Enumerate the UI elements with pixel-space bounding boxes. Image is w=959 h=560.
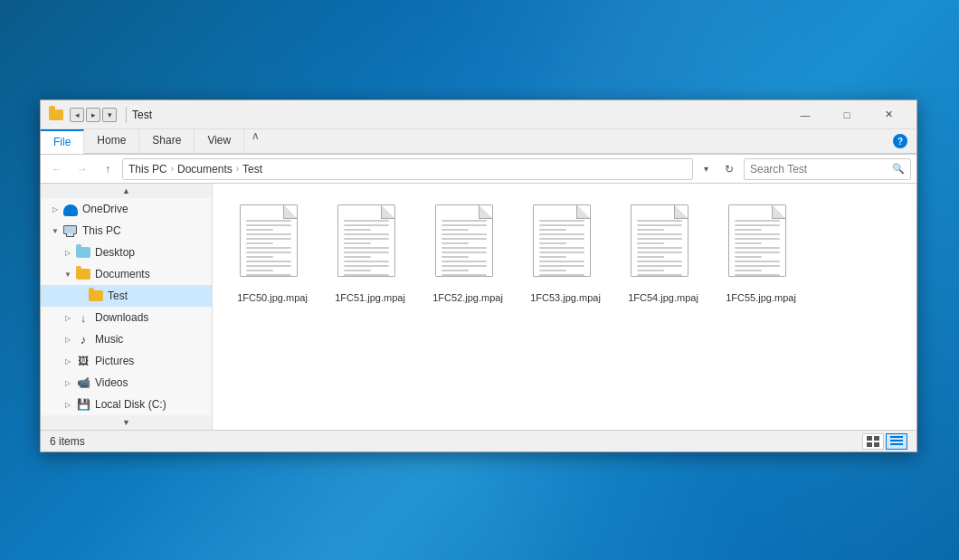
onedrive-label: OneDrive [82, 203, 128, 215]
videos-icon: 📹 [75, 375, 91, 391]
sidebar-item-desktop[interactable]: ▷ Desktop [41, 242, 212, 263]
sidebar-item-downloads[interactable]: ▷ ↓ Downloads [41, 307, 212, 328]
downloads-icon: ↓ [75, 309, 91, 326]
close-button[interactable]: ✕ [868, 100, 909, 129]
file-view: 1FC50.jpg.mpaj [213, 184, 916, 430]
svg-rect-6 [890, 443, 903, 445]
breadcrumb-test[interactable]: Test [242, 163, 262, 176]
breadcrumb-sep-2: › [236, 164, 239, 174]
breadcrumb-sep-1: › [171, 164, 174, 174]
view-list-button[interactable] [862, 433, 884, 450]
title-separator [126, 107, 127, 123]
list-item[interactable]: 1FC52.jpg.mpaj [423, 198, 513, 310]
music-label: Music [95, 333, 123, 346]
breadcrumb-documents[interactable]: Documents [177, 163, 233, 176]
pc-icon [62, 223, 79, 239]
test-label: Test [108, 289, 128, 302]
file-icon-1 [240, 204, 305, 286]
minimize-button[interactable]: — [784, 100, 826, 129]
documents-expand-icon[interactable]: ▼ [61, 267, 75, 281]
downloads-expand-icon[interactable]: ▷ [61, 310, 75, 325]
svg-rect-5 [890, 440, 903, 441]
sidebar-scroll-down[interactable]: ▼ [41, 415, 212, 430]
maximize-button[interactable]: □ [826, 100, 868, 129]
ribbon: File Home Share View ∧ ? [41, 129, 916, 155]
sidebar-item-documents[interactable]: ▼ Documents [41, 263, 212, 285]
music-expand-icon[interactable]: ▷ [61, 332, 75, 346]
address-dropdown-button[interactable]: ▾ [697, 158, 715, 180]
breadcrumb: This PC › Documents › Test [128, 163, 262, 176]
forward-arrow-btn[interactable]: ▸ [86, 108, 100, 122]
nav-up-button[interactable]: ↑ [97, 158, 119, 180]
view-large-button[interactable] [886, 433, 907, 450]
list-item[interactable]: 1FC55.jpg.mpaj [716, 198, 806, 310]
file-name-5: 1FC54.jpg.mpaj [628, 291, 698, 304]
local-disk-expand-icon[interactable]: ▷ [61, 397, 75, 412]
list-item[interactable]: 1FC54.jpg.mpaj [618, 198, 708, 310]
pictures-expand-icon[interactable]: ▷ [61, 354, 75, 368]
list-item[interactable]: 1FC53.jpg.mpaj [520, 198, 611, 310]
back-arrow-btn[interactable]: ◂ [70, 108, 84, 122]
search-box[interactable]: 🔍 [744, 158, 911, 180]
onedrive-icon [62, 201, 79, 217]
file-icon-4 [533, 204, 598, 286]
disk-icon: 💾 [75, 396, 91, 413]
tab-view[interactable]: View [195, 129, 244, 153]
file-icon-2 [337, 204, 403, 286]
help-area: ? [884, 129, 916, 153]
tab-home[interactable]: Home [84, 129, 139, 153]
tab-file[interactable]: File [41, 129, 84, 154]
status-count: 6 items [50, 435, 862, 448]
nav-back-button[interactable]: ← [46, 158, 68, 180]
file-name-2: 1FC51.jpg.mpaj [335, 291, 405, 304]
svg-rect-4 [890, 436, 903, 438]
svg-rect-0 [867, 436, 872, 441]
folder-desktop-icon [75, 244, 91, 261]
help-button[interactable]: ? [893, 134, 907, 148]
sidebar-item-local-disk[interactable]: ▷ 💾 Local Disk (C:) [41, 394, 212, 415]
tab-share[interactable]: Share [139, 129, 195, 153]
list-view-icon [867, 436, 879, 447]
down-arrow-btn[interactable]: ▾ [102, 108, 117, 122]
sidebar-item-this-pc[interactable]: ▼ This PC [41, 220, 212, 242]
svg-rect-1 [874, 436, 879, 441]
sidebar-item-test[interactable]: Test [41, 285, 212, 307]
folder-documents-icon [75, 266, 91, 282]
search-input[interactable] [750, 163, 892, 176]
svg-rect-2 [867, 442, 872, 447]
ribbon-tab-bar: File Home Share View ∧ ? [41, 129, 916, 154]
onedrive-expand-icon[interactable]: ▷ [48, 202, 62, 216]
ribbon-chevron[interactable]: ∧ [244, 129, 267, 153]
explorer-window: ◂ ▸ ▾ Test — □ ✕ File Home Share View ∧ … [40, 100, 917, 452]
search-icon: 🔍 [892, 163, 905, 175]
sidebar-item-pictures[interactable]: ▷ 🖼 Pictures [41, 350, 212, 372]
test-expand-icon[interactable] [73, 289, 88, 303]
sidebar-item-music[interactable]: ▷ ♪ Music [41, 328, 212, 350]
breadcrumb-this-pc[interactable]: This PC [128, 163, 167, 176]
file-icon-5 [631, 204, 696, 286]
nav-forward-button[interactable]: → [71, 158, 93, 180]
list-item[interactable]: 1FC51.jpg.mpaj [325, 198, 415, 310]
file-name-3: 1FC52.jpg.mpaj [432, 291, 503, 304]
refresh-button[interactable]: ↻ [718, 158, 740, 180]
music-icon: ♪ [75, 331, 91, 347]
desktop-label: Desktop [95, 246, 135, 259]
videos-label: Videos [95, 376, 128, 389]
file-name-1: 1FC50.jpg.mpaj [237, 291, 308, 304]
sidebar-item-videos[interactable]: ▷ 📹 Videos [41, 372, 212, 394]
this-pc-expand-icon[interactable]: ▼ [48, 223, 62, 238]
sidebar-scroll-up[interactable]: ▲ [41, 184, 212, 198]
pictures-label: Pictures [95, 355, 134, 367]
file-name-4: 1FC53.jpg.mpaj [530, 291, 601, 304]
address-path[interactable]: This PC › Documents › Test [122, 158, 693, 180]
pictures-icon: 🖼 [75, 353, 91, 369]
sidebar-item-onedrive[interactable]: ▷ OneDrive [41, 198, 212, 220]
window-controls: — □ ✕ [784, 100, 909, 129]
desktop-expand-icon[interactable]: ▷ [61, 245, 75, 260]
large-view-icon [890, 436, 903, 447]
videos-expand-icon[interactable]: ▷ [61, 375, 75, 390]
sidebar: ▲ ▷ OneDrive ▼ [41, 184, 213, 430]
address-bar: ← → ↑ This PC › Documents › Test ▾ ↻ 🔍 [41, 155, 916, 184]
view-buttons [862, 433, 907, 450]
list-item[interactable]: 1FC50.jpg.mpaj [227, 198, 318, 310]
